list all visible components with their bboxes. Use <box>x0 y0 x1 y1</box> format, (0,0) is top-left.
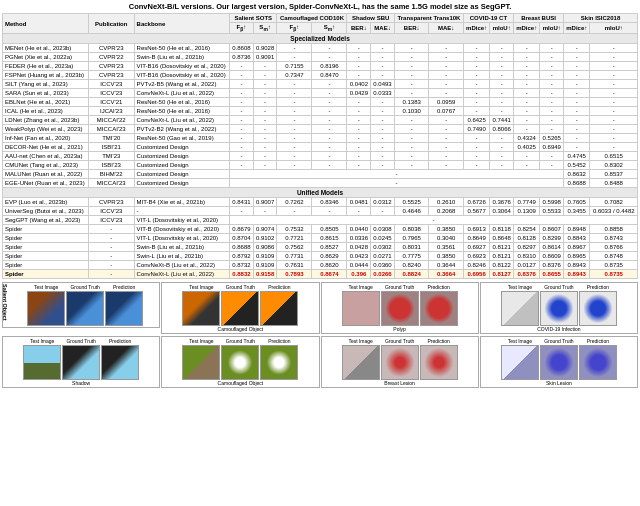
trans-gt-img <box>221 345 259 380</box>
val: - <box>490 62 514 71</box>
shadow-sublabel: Shadow <box>72 380 90 386</box>
covid-gt-img <box>540 291 578 326</box>
val: - <box>253 125 277 134</box>
val: - <box>277 53 312 62</box>
backbone-cell: ResNet-50 (He et al., 2016) <box>134 98 229 107</box>
cam-test-label: Test Image <box>189 284 213 290</box>
val: 0.8732 <box>230 261 254 270</box>
val: - <box>463 134 489 143</box>
col-covid-header: COVID-19 CT <box>463 14 513 23</box>
val: - <box>277 107 312 116</box>
val: 0.0302 <box>371 243 395 252</box>
val: - <box>590 143 638 152</box>
ground-truth-label: Ground Truth <box>70 284 99 290</box>
shadow-test-img <box>23 345 61 380</box>
val: - <box>230 179 564 188</box>
val: - <box>514 98 540 107</box>
val: 0.8066 <box>490 125 514 134</box>
val: - <box>230 170 564 179</box>
val: 0.8943 <box>564 270 590 279</box>
val: 0.3561 <box>429 243 464 252</box>
val: - <box>312 107 347 116</box>
val: - <box>347 143 371 152</box>
val: 0.8488 <box>590 179 638 188</box>
val: - <box>253 134 277 143</box>
val: 0.0266 <box>371 270 395 279</box>
val: 0.7441 <box>490 116 514 125</box>
val: - <box>564 107 590 116</box>
method-cell: UniverSeg (Butoi et al., 2023) <box>3 207 89 216</box>
val: - <box>230 71 254 80</box>
skin-mdice: mDice↑ <box>564 23 590 34</box>
val: - <box>371 207 395 216</box>
val: 0.3455 <box>564 207 590 216</box>
val: 0.8965 <box>564 252 590 261</box>
val: - <box>429 161 464 170</box>
val: 0.0360 <box>371 261 395 270</box>
val: - <box>394 161 429 170</box>
val: 0.0271 <box>371 252 395 261</box>
method-cell: AAU-net (Chen et al., 2023a) <box>3 152 89 161</box>
val: - <box>371 98 395 107</box>
val: - <box>347 125 371 134</box>
val: - <box>394 134 429 143</box>
polyp-pred-cell: Prediction <box>420 284 458 326</box>
val: - <box>371 107 395 116</box>
val: 0.6726 <box>463 198 489 207</box>
backbone-cell: ResNet-50 (He et al., 2016) <box>134 44 229 53</box>
val: - <box>514 161 540 170</box>
val: 0.7893 <box>277 270 312 279</box>
val: - <box>371 62 395 71</box>
shadow-gt-img <box>62 345 100 380</box>
val: - <box>253 107 277 116</box>
val: 0.8310 <box>514 252 540 261</box>
method-cell: Spider <box>3 225 89 234</box>
val: 0.7082 <box>590 198 638 207</box>
val: 0.8655 <box>540 270 564 279</box>
val: - <box>490 107 514 116</box>
val: - <box>564 71 590 80</box>
val: 0.0767 <box>429 107 464 116</box>
method-cell: EGE-UNet (Ruan et al., 2023) <box>3 179 89 188</box>
val: - <box>429 134 464 143</box>
val: - <box>429 143 464 152</box>
polyp-gt-cell: Ground Truth <box>381 284 419 326</box>
val: - <box>253 152 277 161</box>
val: - <box>463 71 489 80</box>
val: - <box>490 53 514 62</box>
val: - <box>394 116 429 125</box>
val: - <box>514 89 540 98</box>
shadow-gt-label: Ground Truth <box>66 338 95 344</box>
val: - <box>590 116 638 125</box>
val: 0.9109 <box>253 252 277 261</box>
val: 0.9158 <box>253 270 277 279</box>
val: - <box>490 80 514 89</box>
val: 0.0493 <box>371 80 395 89</box>
col-method-header: Method <box>3 14 89 34</box>
breast-mdice: mDice↑ <box>514 23 540 34</box>
specialized-section-label: Specialized Models <box>3 34 638 44</box>
val: - <box>463 152 489 161</box>
method-cell: WeakPolyp (Wei et al., 2023) <box>3 125 89 134</box>
val: 0.0440 <box>347 225 371 234</box>
val: - <box>490 44 514 53</box>
val: - <box>394 44 429 53</box>
val: 0.8196 <box>312 62 347 71</box>
val: - <box>514 125 540 134</box>
breast-gt-label: Ground Truth <box>385 338 414 344</box>
breast-pred-cell: Prediction <box>420 338 458 380</box>
trans-test-cell: Test Image <box>182 338 220 380</box>
trans-gt-label: Ground Truth <box>226 338 255 344</box>
unified-section-label: Unified Models <box>3 188 638 198</box>
val: - <box>514 44 540 53</box>
pub-cell: ISBI'21 <box>88 143 134 152</box>
val: 0.8688 <box>564 179 590 188</box>
cam-pred-label: Prediction <box>268 284 290 290</box>
val: - <box>514 80 540 89</box>
backbone-cell: ConvNeXt-L (Liu et al., 2022) <box>134 270 229 279</box>
breast-test-cell: Test Image <box>342 338 380 380</box>
method-cell: SARA (Sun et al., 2023) <box>3 89 89 98</box>
val: - <box>312 207 347 216</box>
val: - <box>514 53 540 62</box>
shadow-mae: MAE↓ <box>371 23 395 34</box>
